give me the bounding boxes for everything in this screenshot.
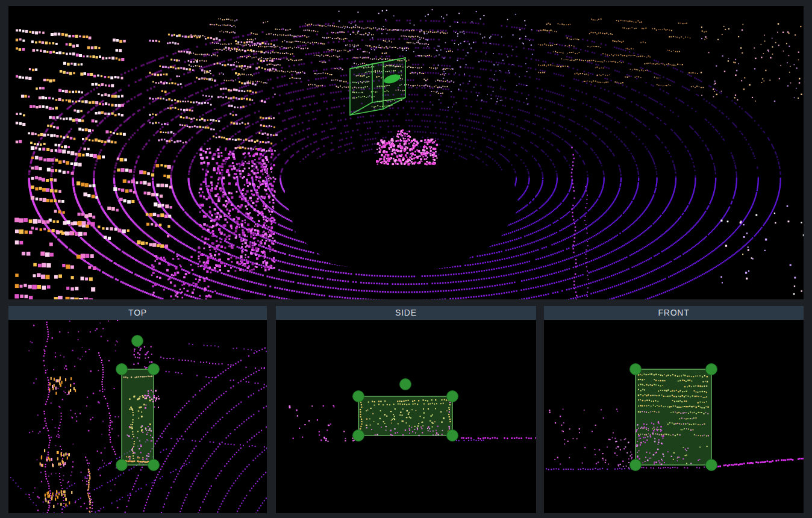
front-view-panel: FRONT [544, 306, 804, 513]
box-handle-corner-tl[interactable] [629, 363, 642, 375]
box-handle-corner-tl[interactable] [116, 363, 128, 375]
box-handle-corner-tr[interactable] [148, 363, 160, 375]
side-view-title: SIDE [395, 308, 417, 317]
box-handle-rotate[interactable] [131, 335, 143, 347]
top-view-title: TOP [128, 308, 147, 317]
front-view-header: FRONT [544, 306, 804, 320]
main-3d-view-canvas[interactable] [8, 6, 804, 299]
box-handle-corner-bl[interactable] [352, 429, 364, 442]
side-view-header: SIDE [276, 306, 536, 320]
box-handle-corner-br[interactable] [446, 429, 458, 442]
box-handle-corner-tl[interactable] [352, 390, 364, 402]
front-view-canvas[interactable] [544, 320, 804, 513]
lidar-annotation-tool: TOP SIDE FRONT [0, 0, 812, 518]
selected-3d-bounding-box[interactable] [349, 57, 407, 116]
box-handle-corner-tr[interactable] [446, 390, 458, 402]
box-handle-corner-bl[interactable] [116, 459, 128, 471]
box-handle-rotate[interactable] [399, 378, 411, 390]
top-view-panel: TOP [8, 306, 267, 513]
box-handle-corner-bl[interactable] [629, 459, 642, 471]
side-view-panel: SIDE [276, 306, 536, 513]
main-3d-view [8, 6, 804, 299]
side-view-canvas[interactable] [276, 320, 536, 513]
box-handle-corner-tr[interactable] [705, 363, 717, 375]
box-handle-corner-br[interactable] [705, 459, 717, 471]
top-view-header: TOP [8, 306, 267, 320]
top-view-canvas[interactable] [8, 320, 267, 513]
front-view-title: FRONT [658, 308, 689, 317]
box-handle-corner-br[interactable] [148, 459, 160, 471]
